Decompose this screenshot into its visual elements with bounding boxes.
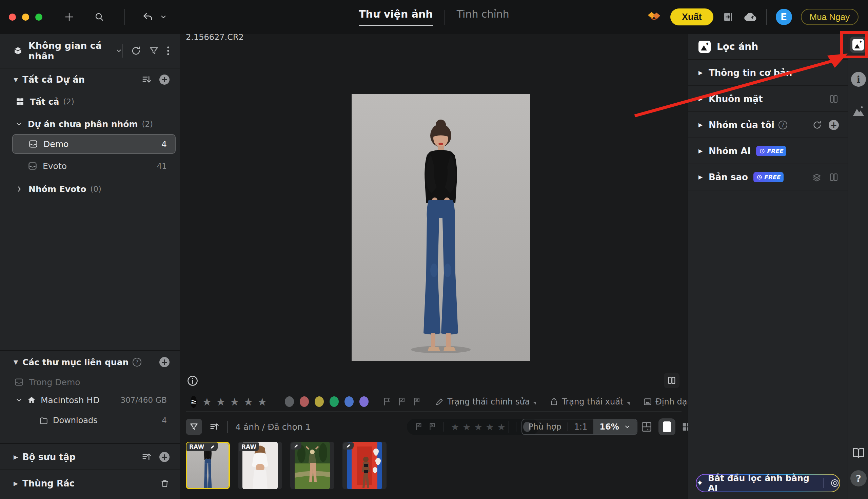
thumbnail-2[interactable]: RAW [238, 442, 282, 489]
rating-ge-toggle[interactable]: ≥ [191, 396, 197, 408]
flag-reject-icon[interactable] [428, 423, 437, 431]
sidebar-section-all-projects[interactable]: ▼ Tất cả Dự án + [0, 69, 180, 90]
chevron-down-icon[interactable] [15, 396, 23, 404]
sort-asc-icon[interactable] [142, 452, 152, 462]
help-circle-icon[interactable]: ? [133, 358, 141, 367]
info-tool-button[interactable]: i [851, 72, 866, 87]
thumbnail-3[interactable] [290, 442, 334, 489]
single-view-button[interactable] [658, 418, 675, 435]
refresh-icon[interactable] [812, 120, 822, 130]
toolbar-divider [766, 9, 767, 25]
cloud-sync-icon[interactable] [743, 11, 758, 23]
filter-state-pill: ★★★★★ [407, 419, 539, 435]
export-panel-icon[interactable] [722, 11, 734, 23]
collapsed-triangle-icon[interactable]: ▶ [699, 70, 709, 76]
chevron-right-icon[interactable] [15, 185, 23, 193]
filter-button[interactable] [186, 419, 202, 435]
tab-library[interactable]: Thư viện ảnh [359, 8, 433, 26]
ai-groups-label: Nhóm AI [709, 146, 751, 156]
zoom-level-dropdown[interactable]: 16% [593, 419, 637, 434]
section-duplicates[interactable]: ▶ Bản sao FREE [688, 164, 848, 191]
collapsed-triangle-icon[interactable]: ▶ [699, 174, 709, 180]
start-ai-culling-button[interactable]: ✦ Bắt đầu lọc ảnh bằng AI [696, 474, 840, 492]
project-tray-icon [28, 139, 38, 149]
raw-badge: RAW [189, 443, 204, 450]
section-basic-info[interactable]: ▶ Thông tin cơ bản [688, 60, 848, 86]
collapsed-triangle-icon[interactable]: ▶ [14, 454, 22, 460]
sidebar-project-demo[interactable]: Demo 4 [12, 134, 176, 154]
sort-asc-icon[interactable] [210, 422, 220, 432]
more-options-icon[interactable] [167, 46, 169, 56]
handshake-icon[interactable] [646, 10, 662, 24]
collapsed-triangle-icon[interactable]: ▶ [699, 148, 709, 154]
section-my-groups[interactable]: ▶ Nhóm của tôi ? + [688, 112, 848, 138]
buy-now-button[interactable]: Mua Ngay [801, 9, 859, 25]
sync-icon[interactable] [131, 46, 141, 56]
help-circle-icon[interactable]: ? [778, 121, 787, 130]
collapsed-triangle-icon[interactable]: ▶ [14, 480, 22, 487]
collapsed-triangle-icon[interactable]: ▶ [699, 122, 709, 128]
compare-view-button[interactable] [664, 373, 679, 388]
layers-icon[interactable] [812, 172, 822, 182]
color-label-purple[interactable] [359, 396, 369, 407]
tab-edit[interactable]: Tinh chỉnh [457, 8, 509, 26]
sidebar-section-related-folders[interactable]: ▼ Các thư mục liên quan ? + [0, 352, 180, 373]
color-label-red[interactable] [300, 396, 309, 407]
thumbnail-4[interactable] [343, 442, 387, 489]
side-by-side-icon[interactable] [829, 172, 839, 182]
workspace-chevron-down-icon[interactable] [116, 47, 122, 55]
sidebar-project-evoto[interactable]: Evoto 41 [0, 156, 180, 176]
ai-settings-icon[interactable] [830, 478, 840, 488]
add-project-icon[interactable]: + [159, 74, 169, 85]
sidebar-section-collections[interactable]: ▶ Bộ sưu tập + [0, 445, 180, 470]
collapse-triangle-icon[interactable]: ▼ [14, 76, 22, 83]
collapse-triangle-icon[interactable]: ▼ [14, 359, 22, 366]
sidebar-item-macintosh-hd[interactable]: Macintosh HD 307/460 GB [0, 390, 180, 410]
filter-icon[interactable] [149, 46, 159, 56]
color-label-green[interactable] [330, 396, 339, 407]
collections-label: Bộ sưu tập [22, 452, 75, 462]
panel-header: ✦ Lọc ảnh [688, 34, 848, 60]
add-group-icon[interactable]: + [829, 120, 839, 130]
filter-stars[interactable]: ★★★★★ [451, 422, 509, 432]
sidebar-group-evoto[interactable]: Nhóm Evoto (0) [0, 179, 180, 199]
sidebar-divider [0, 443, 180, 444]
add-collection-icon[interactable]: + [159, 452, 169, 462]
color-label-blue[interactable] [344, 396, 354, 407]
add-folder-icon[interactable]: + [159, 357, 169, 367]
detail-grid-view-icon[interactable] [641, 421, 652, 433]
sidebar-item-downloads[interactable]: Downloads 4 [0, 411, 180, 430]
flag-reject-icon[interactable] [412, 397, 421, 406]
retouch-tool-icon[interactable] [851, 103, 866, 119]
sidebar-item-all[interactable]: Tất cả (2) [0, 92, 180, 112]
chevron-down-icon[interactable] [15, 120, 23, 128]
sort-desc-icon[interactable] [142, 74, 152, 85]
info-icon[interactable] [187, 375, 199, 387]
flag-pick-icon[interactable] [414, 423, 423, 431]
avatar[interactable]: E [776, 9, 792, 25]
flag-icon[interactable] [382, 397, 392, 406]
edit-status-dropdown[interactable]: Trạng thái chỉnh sửa [435, 397, 536, 406]
workspace-label[interactable]: Không gian cá nhân [28, 40, 111, 61]
collapsed-triangle-icon[interactable]: ▶ [699, 96, 709, 102]
export-status-label: Trạng thái xuất [562, 397, 623, 406]
flag-pick-icon[interactable] [397, 397, 406, 406]
cull-photos-tool-button[interactable]: ✦ [850, 37, 866, 53]
ratio-1-1-button[interactable]: 1:1 [568, 419, 594, 434]
export-button[interactable]: Xuất [670, 9, 713, 25]
guide-book-icon[interactable] [852, 446, 865, 459]
export-status-dropdown[interactable]: Trạng thái xuất [550, 397, 630, 406]
fit-button[interactable]: Phù hợp [522, 419, 568, 434]
sidebar-section-trash[interactable]: ▶ Thùng Rác [0, 471, 180, 496]
section-faces[interactable]: ▶ Khuôn mặt [688, 86, 848, 112]
rating-stars[interactable]: ★★★★★ [202, 396, 271, 408]
thumbnail-1-selected[interactable]: RAW [186, 442, 230, 489]
trash-icon[interactable] [160, 479, 169, 488]
color-label-gray[interactable] [285, 396, 294, 407]
color-label-yellow[interactable] [314, 396, 324, 407]
sidebar-group-ungrouped[interactable]: Dự án chưa phân nhóm (2) [0, 114, 180, 134]
side-by-side-icon[interactable] [829, 94, 839, 104]
section-ai-groups[interactable]: ▶ Nhóm AI FREE [688, 138, 848, 164]
main-photo[interactable] [352, 94, 530, 361]
help-button[interactable]: ? [851, 470, 867, 486]
